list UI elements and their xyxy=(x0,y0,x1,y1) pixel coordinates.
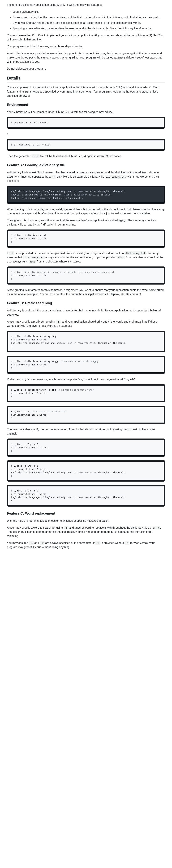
code-prefix-lowereng: $ ./dict -d dictionary.txt -p eng # no w… xyxy=(7,384,165,402)
code-prefix-ng: $ ./dict -p ng # no word start with "ng"… xyxy=(7,406,165,424)
inline-code: \n xyxy=(51,175,56,179)
code-load-dict: $ ./dict -d dictionary.txt dictionary.tx… xyxy=(7,229,165,248)
feat-a-text: If -d is not provided or the file that i… xyxy=(7,251,165,264)
list-item: Load a dictionary file. xyxy=(12,10,165,14)
code-prefix-muggg[interactable]: $ ./dict -d dictionary.txt -p muggg # no… xyxy=(7,356,165,374)
inline-code: -r xyxy=(156,526,160,529)
code-compile-c: $ gcc dict.c -g -O1 -o dict xyxy=(7,117,165,129)
inline-code: dict xyxy=(118,219,126,222)
inline-code: -d xyxy=(9,251,14,255)
feat-a-text: Since grading is automated for this home… xyxy=(7,288,165,296)
feat-b-text: A user may specify a prefix string using… xyxy=(7,319,165,328)
inline-code: -s xyxy=(29,541,34,545)
requirement-text: A set of test cases are provided as exam… xyxy=(7,51,165,64)
heading-feature-c: Feature C: Word replacement xyxy=(7,511,165,516)
inline-code: dict xyxy=(32,154,39,158)
feat-c-text: A user may specify a word to search for … xyxy=(7,526,165,538)
code-prefix-n0: $ ./dict -p Eng -n 0 dictionary.txt has … xyxy=(7,438,165,457)
feat-b-text: The user may also specify the maximum nu… xyxy=(7,427,165,436)
inline-code: -r xyxy=(95,541,100,545)
inline-code: -s xyxy=(64,526,68,529)
requirement-text: You must use either C or C++ to implemen… xyxy=(7,33,165,42)
heading-environment: Environment xyxy=(7,102,165,107)
feat-a-text: A dictionary file is a text file where e… xyxy=(7,170,165,183)
inline-code: dictionary.txt xyxy=(105,175,127,179)
requirement-text: Your program should not have any extra l… xyxy=(7,44,165,49)
details-text: You are supposed to implement a dictiona… xyxy=(7,85,165,98)
inline-code: dict xyxy=(117,255,125,259)
code-prefix-eng[interactable]: $ ./dict -d dictionary.txt -p Eng dictio… xyxy=(7,331,165,352)
feat-b-text: A dictionary is useless if the user cann… xyxy=(7,309,165,317)
inline-code: -s xyxy=(125,541,129,545)
feat-c-text: You may assume -s and -r are always spec… xyxy=(7,541,165,549)
code-compile-cpp: $ g++ dict.cpp -g -O1 -o dict xyxy=(7,139,165,151)
intro-text: Implement a dictionary application using… xyxy=(7,3,165,7)
feat-a-text: When loading a dictionary file, you may … xyxy=(7,207,165,216)
inline-code: -n xyxy=(128,428,132,431)
inline-code: dictionary.txt xyxy=(23,255,44,259)
code-prefix-n1[interactable]: $ ./dict -p Eng -n 1 dictionary.txt has … xyxy=(7,460,165,482)
heading-feature-a: Feature A: Loading a dictionary file xyxy=(7,162,165,168)
inline-code: dictionary.txt xyxy=(125,251,146,255)
list-item: Spawning a new editor (e.g., vim) to all… xyxy=(12,26,165,31)
inline-code: -r xyxy=(40,541,44,545)
code-dictionary-file[interactable]: English: the language of England, widely… xyxy=(7,186,165,204)
inline-code: dict xyxy=(29,260,36,264)
list-item: Given a prefix string that the user spec… xyxy=(12,15,165,20)
list-item: Given two strings A and B that the user … xyxy=(12,21,165,25)
heading-feature-b: Feature B: Prefix searching xyxy=(7,301,165,306)
feat-a-text: Throughout this document, we will assume… xyxy=(7,218,165,227)
code-prefix-n2[interactable]: $ ./dict -p Eng -n 2 dictionary.txt has … xyxy=(7,485,165,506)
env-text: Your submission will be compiled under U… xyxy=(7,110,165,114)
or-text: or xyxy=(7,132,165,136)
feat-b-text: Prefix matching is case-sensitive, which… xyxy=(7,377,165,381)
requirement-text: Do not obfuscate your program. xyxy=(7,67,165,71)
inline-code: -p xyxy=(56,320,61,323)
feature-list: Load a dictionary file. Given a prefix s… xyxy=(7,10,165,31)
env-text2: Then the generated dict file will be tes… xyxy=(7,154,165,158)
code-load-fallback: $ ./dict # no dictionary file name is pr… xyxy=(7,267,165,285)
feat-c-text: With the help of programs, it is a lot e… xyxy=(7,519,165,523)
heading-details: Details xyxy=(7,75,165,83)
